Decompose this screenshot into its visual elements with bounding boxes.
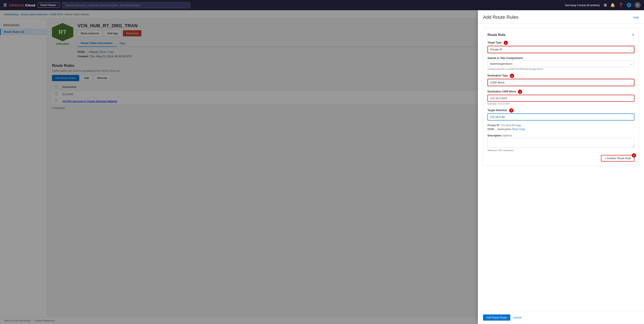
- rule-ocid-value: ...6ad4cyjmka: [495, 128, 511, 131]
- hamburger-icon[interactable]: ☰: [4, 3, 7, 7]
- cloud-classic-button[interactable]: Cloud Classic ›: [38, 2, 60, 8]
- compartment-select[interactable]: IwanHoogendoorn: [488, 60, 634, 67]
- destination-cidr-input[interactable]: [488, 95, 634, 102]
- destination-cidr-hint: Example: 10.0.0.0/24: [488, 102, 634, 105]
- private-ip-label: Private IP:: [488, 124, 500, 127]
- another-rule-label: + Another Route Rule: [604, 157, 631, 160]
- region-selector[interactable]: Germany Central (Frankfurt): [565, 3, 600, 7]
- target-type-label: Target Type 1: [488, 41, 634, 45]
- target-selection-group: Target Selection 4: [488, 108, 634, 120]
- panel-add-route-rules-button[interactable]: Add Route Rules: [483, 315, 510, 321]
- panel-header: Add Route Rules Help: [478, 10, 644, 24]
- private-ip-line: Private IP: 172.16.0.20 Copy: [488, 124, 634, 127]
- chevron-right-icon: ›: [57, 3, 58, 6]
- compartment-wrapper: IwanHoogendoorn: [488, 60, 634, 67]
- destination-cidr-label: Destination CIDR Block 3: [488, 90, 634, 94]
- panel-help-link[interactable]: Help: [633, 16, 639, 19]
- rule-ocid-copy-link[interactable]: Copy: [519, 128, 525, 131]
- step-badge-3: 3: [518, 90, 522, 94]
- description-label: Description Optional: [488, 134, 634, 137]
- rule-card-header: Route Rule ×: [488, 32, 634, 37]
- description-hint: Maximum 255 characters: [488, 149, 634, 152]
- nav-right: Germany Central (Frankfurt) 🖥 🔔 ❓ 🌐 U: [565, 2, 640, 8]
- search-input[interactable]: [62, 2, 190, 8]
- globe-icon[interactable]: 🌐: [626, 3, 631, 7]
- destination-cidr-group: Destination CIDR Block 3 Example: 10.0.0…: [488, 90, 634, 105]
- bell-icon[interactable]: 🔔: [610, 3, 615, 7]
- top-navigation: ☰ ORACLE Cloud Cloud Classic › Germany C…: [0, 0, 644, 10]
- target-type-select[interactable]: Private IP: [488, 46, 634, 53]
- panel-footer: Add Route Rules Cancel: [478, 311, 644, 324]
- step-badge-2: 2: [510, 74, 514, 78]
- another-route-rule-button[interactable]: + Another Route Rule 5: [601, 155, 634, 162]
- panel-title: Add Route Rules: [483, 14, 518, 20]
- panel-body: Route Rule × Target Type 1 Private IP Su…: [478, 24, 644, 311]
- compartment-hint: oraseemeaocids (root)/NETWORK/IwanHoogen…: [488, 68, 634, 70]
- help-icon[interactable]: ❓: [618, 3, 623, 7]
- compartment-group: Subnet or Vlan Compartment IwanHoogendoo…: [488, 57, 634, 70]
- panel-cancel-button[interactable]: Cancel: [513, 316, 521, 319]
- description-optional: Optional: [502, 134, 512, 137]
- destination-type-label: Destination Type 2: [488, 74, 634, 78]
- target-selection-label: Target Selection 4: [488, 108, 634, 113]
- step-badge-1: 1: [504, 41, 508, 45]
- oracle-logo: ORACLE Cloud: [9, 3, 35, 7]
- description-group: Description Optional Maximum 255 charact…: [488, 134, 634, 152]
- target-type-group: Target Type 1 Private IP: [488, 41, 634, 53]
- target-type-wrapper: Private IP: [488, 46, 634, 53]
- oracle-text: ORACLE: [9, 3, 24, 7]
- private-ip-value: 172.16.0.20: [501, 124, 514, 127]
- compartment-label: Subnet or Vlan Compartment: [488, 57, 634, 60]
- private-ip-copy-link[interactable]: Copy: [515, 124, 521, 127]
- avatar[interactable]: U: [635, 2, 640, 8]
- ocid-info-line: OCID: ...6ad4cyjmka Show Copy: [488, 128, 634, 131]
- rule-ocid-show-link[interactable]: Show: [512, 128, 518, 131]
- monitor-icon[interactable]: 🖥: [603, 3, 607, 7]
- destination-type-wrapper: CIDR Block: [488, 79, 634, 86]
- target-selection-input[interactable]: [488, 113, 634, 120]
- close-rule-button[interactable]: ×: [632, 32, 634, 37]
- rule-card-title: Route Rule: [488, 33, 505, 37]
- side-panel: Add Route Rules Help Route Rule × Target…: [478, 10, 644, 324]
- step-badge-5: 5: [632, 153, 636, 158]
- description-input[interactable]: [488, 138, 634, 148]
- step-badge-4: 4: [509, 108, 514, 113]
- route-rule-card: Route Rule × Target Type 1 Private IP Su…: [483, 28, 639, 166]
- destination-type-group: Destination Type 2 CIDR Block: [488, 74, 634, 86]
- rule-ocid-label: OCID:: [488, 128, 495, 131]
- destination-type-select[interactable]: CIDR Block: [488, 79, 634, 86]
